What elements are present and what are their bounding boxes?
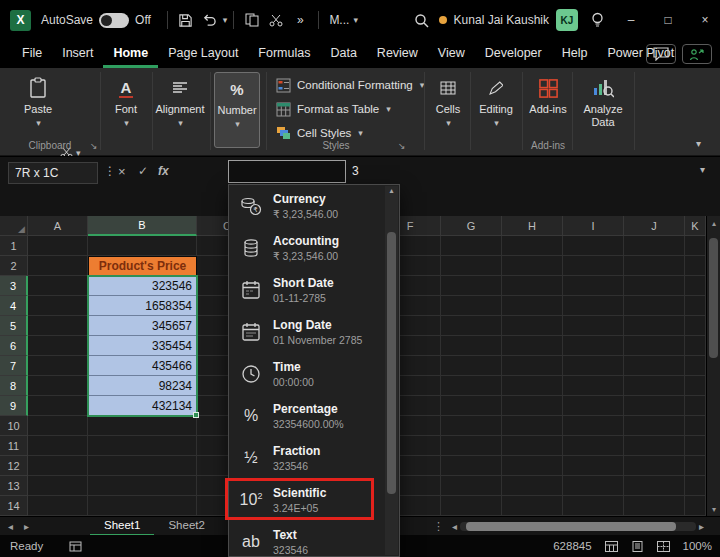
cell-J10[interactable] bbox=[624, 416, 685, 436]
horizontal-scroll-thumb[interactable] bbox=[466, 522, 676, 531]
cell-I6[interactable] bbox=[563, 336, 624, 356]
cell-J8[interactable] bbox=[624, 376, 685, 396]
addins-button[interactable]: Add-ins bbox=[528, 72, 568, 115]
tab-view[interactable]: View bbox=[428, 40, 475, 68]
cell-J5[interactable] bbox=[624, 316, 685, 336]
tab-file[interactable]: File bbox=[12, 40, 52, 68]
format-option-percentage[interactable]: % Percentage32354600.00% bbox=[229, 395, 387, 437]
conditional-formatting-button[interactable]: Conditional Formatting ▾ bbox=[276, 74, 424, 96]
tab-insert[interactable]: Insert bbox=[52, 40, 103, 68]
cell-G10[interactable] bbox=[441, 416, 502, 436]
cell-H14[interactable] bbox=[502, 496, 563, 516]
cell-I8[interactable] bbox=[563, 376, 624, 396]
page-layout-view-icon[interactable] bbox=[631, 541, 644, 552]
cell-A10[interactable] bbox=[28, 416, 88, 436]
sheet-tab-sheet1[interactable]: Sheet1 bbox=[90, 517, 154, 536]
format-option-long-date[interactable]: Long Date01 November 2785 bbox=[229, 311, 387, 353]
cell-G1[interactable] bbox=[441, 236, 502, 256]
share-button[interactable] bbox=[682, 44, 712, 64]
cell-I11[interactable] bbox=[563, 436, 624, 456]
format-option-short-date[interactable]: Short Date01-11-2785 bbox=[229, 269, 387, 311]
vertical-scrollbar[interactable]: ▴ ▾ bbox=[706, 216, 720, 516]
more-commands-button[interactable]: M... ▾ bbox=[329, 13, 358, 27]
user-avatar[interactable]: KJ bbox=[556, 9, 578, 31]
insert-function-icon[interactable]: fx bbox=[158, 164, 169, 178]
cancel-icon[interactable]: × bbox=[118, 164, 126, 179]
cell-J13[interactable] bbox=[624, 476, 685, 496]
scroll-up-icon[interactable]: ▴ bbox=[389, 186, 393, 195]
cell-I13[interactable] bbox=[563, 476, 624, 496]
cell-G8[interactable] bbox=[441, 376, 502, 396]
cell-J6[interactable] bbox=[624, 336, 685, 356]
cell-J11[interactable] bbox=[624, 436, 685, 456]
menu-scroll-thumb[interactable] bbox=[387, 232, 396, 494]
cell-K2[interactable] bbox=[685, 256, 706, 276]
cell-G11[interactable] bbox=[441, 436, 502, 456]
cell-B1[interactable] bbox=[88, 236, 197, 256]
cell-B6[interactable]: 335454 bbox=[88, 336, 197, 356]
cell-G6[interactable] bbox=[441, 336, 502, 356]
row-header-8[interactable]: 8 bbox=[0, 376, 28, 396]
cell-G5[interactable] bbox=[441, 316, 502, 336]
cell-H1[interactable] bbox=[502, 236, 563, 256]
cell-A7[interactable] bbox=[28, 356, 88, 376]
format-option-time[interactable]: Time00:00:00 bbox=[229, 353, 387, 395]
name-box-options-icon[interactable]: ⋮ bbox=[104, 164, 116, 178]
format-option-text[interactable]: ab Text323546 bbox=[229, 521, 387, 557]
cell-A1[interactable] bbox=[28, 236, 88, 256]
cell-G14[interactable] bbox=[441, 496, 502, 516]
format-option-scientific[interactable]: 102 Scientific3.24E+05 bbox=[229, 479, 387, 521]
name-box[interactable]: 7R x 1C bbox=[8, 162, 98, 184]
cell-K14[interactable] bbox=[685, 496, 706, 516]
cell-A2[interactable] bbox=[28, 256, 88, 276]
menu-scrollbar[interactable]: ▴ bbox=[385, 186, 398, 555]
cell-I12[interactable] bbox=[563, 456, 624, 476]
scroll-right-icon[interactable]: ▸ bbox=[699, 521, 704, 532]
format-option-accounting[interactable]: Accounting₹ 3,23,546.00 bbox=[229, 227, 387, 269]
row-header-3[interactable]: 3 bbox=[0, 276, 28, 296]
column-header-A[interactable]: A bbox=[28, 216, 88, 236]
cell-K7[interactable] bbox=[685, 356, 706, 376]
column-header-B[interactable]: B bbox=[88, 216, 197, 236]
cell-G7[interactable] bbox=[441, 356, 502, 376]
autosave-toggle[interactable]: AutoSave Off bbox=[41, 13, 151, 28]
macro-record-icon[interactable] bbox=[69, 541, 82, 552]
formula-bar-value[interactable]: 3 bbox=[352, 164, 359, 178]
format-as-table-button[interactable]: Format as Table ▾ bbox=[276, 98, 391, 120]
cell-K5[interactable] bbox=[685, 316, 706, 336]
select-all-button[interactable]: ◢ bbox=[0, 216, 28, 236]
cell-B2[interactable]: Product's Price bbox=[88, 256, 197, 276]
cell-B12[interactable] bbox=[88, 456, 197, 476]
cells-group-button[interactable]: Cells ▾ bbox=[428, 72, 468, 128]
cell-B10[interactable] bbox=[88, 416, 197, 436]
cell-I10[interactable] bbox=[563, 416, 624, 436]
cell-I2[interactable] bbox=[563, 256, 624, 276]
cell-H9[interactable] bbox=[502, 396, 563, 416]
cell-J12[interactable] bbox=[624, 456, 685, 476]
cell-J14[interactable] bbox=[624, 496, 685, 516]
scroll-down-icon[interactable]: ▾ bbox=[707, 502, 720, 516]
collapse-ribbon-icon[interactable]: ▾ bbox=[696, 138, 701, 149]
close-button[interactable]: × bbox=[690, 0, 720, 40]
cell-H4[interactable] bbox=[502, 296, 563, 316]
cell-K12[interactable] bbox=[685, 456, 706, 476]
cell-K13[interactable] bbox=[685, 476, 706, 496]
page-break-view-icon[interactable] bbox=[657, 541, 670, 552]
normal-view-icon[interactable] bbox=[605, 541, 618, 552]
cell-K8[interactable] bbox=[685, 376, 706, 396]
cell-G13[interactable] bbox=[441, 476, 502, 496]
quick-access-overflow[interactable]: » bbox=[288, 6, 312, 34]
cell-I3[interactable] bbox=[563, 276, 624, 296]
cell-B3[interactable]: 323546 bbox=[88, 276, 197, 296]
row-header-5[interactable]: 5 bbox=[0, 316, 28, 336]
cell-G2[interactable] bbox=[441, 256, 502, 276]
cell-B14[interactable] bbox=[88, 496, 197, 516]
cell-B13[interactable] bbox=[88, 476, 197, 496]
cell-K3[interactable] bbox=[685, 276, 706, 296]
cell-A8[interactable] bbox=[28, 376, 88, 396]
cell-J4[interactable] bbox=[624, 296, 685, 316]
scroll-left-icon[interactable]: ◂ bbox=[452, 521, 457, 532]
tab-review[interactable]: Review bbox=[367, 40, 428, 68]
tab-formulas[interactable]: Formulas bbox=[248, 40, 320, 68]
cell-H12[interactable] bbox=[502, 456, 563, 476]
